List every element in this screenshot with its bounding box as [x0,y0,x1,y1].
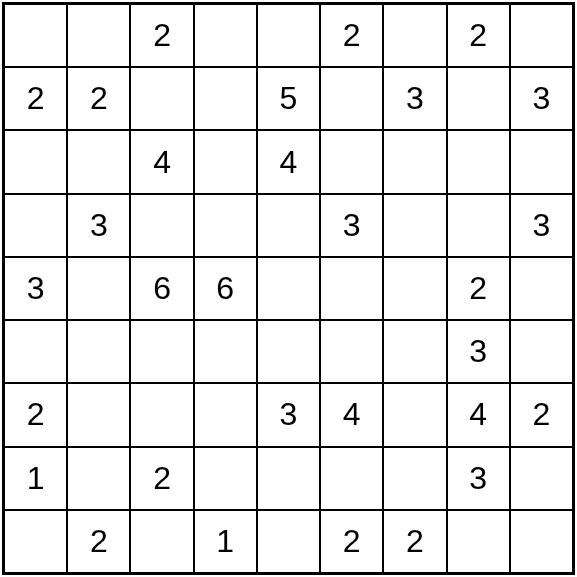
grid-cell[interactable]: 2 [67,67,130,130]
grid-cell[interactable]: 2 [447,257,510,320]
grid-cell[interactable] [67,257,130,320]
grid-cell[interactable] [510,447,573,510]
grid-cell[interactable]: 3 [383,67,446,130]
grid-cell[interactable] [130,194,193,257]
grid-cell[interactable]: 2 [447,4,510,67]
grid-cell[interactable]: 4 [447,383,510,446]
grid-cell[interactable] [4,320,67,383]
grid-cell[interactable] [383,320,446,383]
grid-cell[interactable] [257,510,320,573]
grid-cell[interactable] [194,130,257,193]
grid-cell[interactable] [194,67,257,130]
grid-cell[interactable] [383,383,446,446]
grid-cell[interactable]: 3 [510,67,573,130]
grid-cell[interactable]: 3 [447,320,510,383]
grid-cell[interactable]: 2 [320,4,383,67]
grid-cell[interactable]: 3 [320,194,383,257]
grid-cell[interactable] [67,447,130,510]
grid-cell[interactable] [4,194,67,257]
cell-value: 1 [27,460,45,497]
cell-value: 2 [27,80,45,117]
grid-cell[interactable]: 4 [320,383,383,446]
grid-cell[interactable] [320,67,383,130]
grid-cell[interactable] [447,194,510,257]
grid-cell[interactable]: 2 [4,67,67,130]
grid-cell[interactable] [510,257,573,320]
cell-value: 2 [406,523,424,560]
grid-cell[interactable] [67,130,130,193]
grid-cell[interactable] [257,194,320,257]
grid-cell[interactable] [320,130,383,193]
cell-value: 4 [153,144,171,181]
cell-value: 2 [153,460,171,497]
cell-value: 2 [343,523,361,560]
grid-cell[interactable] [383,130,446,193]
cell-value: 3 [469,333,487,370]
grid-cell[interactable] [510,320,573,383]
grid-cell[interactable] [194,194,257,257]
grid-cell[interactable]: 4 [130,130,193,193]
grid-cell[interactable]: 1 [194,510,257,573]
grid-cell[interactable] [4,4,67,67]
grid-cell[interactable]: 4 [257,130,320,193]
grid-cell[interactable] [447,67,510,130]
grid-cell[interactable] [257,4,320,67]
grid-cell[interactable]: 6 [130,257,193,320]
grid-cell[interactable] [383,447,446,510]
grid-cell[interactable]: 2 [67,510,130,573]
grid-cell[interactable] [510,4,573,67]
grid-cell[interactable]: 2 [130,4,193,67]
grid-cell[interactable] [130,510,193,573]
grid-cell[interactable]: 6 [194,257,257,320]
grid-cell[interactable] [257,320,320,383]
cell-value: 4 [469,396,487,433]
grid-cell[interactable] [130,67,193,130]
cell-value: 3 [532,80,550,117]
grid-cell[interactable]: 2 [4,383,67,446]
grid-cell[interactable] [67,320,130,383]
grid-cell[interactable] [320,257,383,320]
grid-cell[interactable] [67,4,130,67]
grid-cell[interactable] [194,383,257,446]
grid-cell[interactable]: 2 [383,510,446,573]
grid-cell[interactable] [383,194,446,257]
grid-cell[interactable]: 3 [510,194,573,257]
grid-cell[interactable]: 3 [257,383,320,446]
grid-cell[interactable] [130,320,193,383]
grid-cell[interactable]: 1 [4,447,67,510]
grid-cell[interactable]: 2 [130,447,193,510]
grid-cell[interactable] [383,257,446,320]
grid-cell[interactable] [320,447,383,510]
grid-cell[interactable] [510,510,573,573]
grid-cell[interactable] [4,130,67,193]
grid-cell[interactable] [447,130,510,193]
grid-cell[interactable] [257,257,320,320]
grid-cell[interactable]: 2 [320,510,383,573]
grid-cell[interactable] [447,510,510,573]
cell-value: 4 [280,144,298,181]
cell-value: 2 [90,523,108,560]
cell-value: 3 [280,396,298,433]
cell-value: 2 [343,17,361,54]
cell-value: 2 [27,396,45,433]
cell-value: 2 [90,80,108,117]
cell-value: 2 [469,17,487,54]
cell-value: 3 [27,270,45,307]
grid-cell[interactable] [383,4,446,67]
grid-cell[interactable] [257,447,320,510]
cell-value: 1 [216,523,234,560]
grid-cell[interactable] [4,510,67,573]
grid-cell[interactable] [130,383,193,446]
grid-cell[interactable] [194,320,257,383]
grid-cell[interactable] [67,383,130,446]
grid-cell[interactable]: 2 [510,383,573,446]
grid-cell[interactable]: 3 [4,257,67,320]
cell-value: 3 [406,80,424,117]
grid-cell[interactable] [194,447,257,510]
grid-cell[interactable]: 5 [257,67,320,130]
grid-cell[interactable]: 3 [447,447,510,510]
grid-cell[interactable]: 3 [67,194,130,257]
grid-cell[interactable] [320,320,383,383]
grid-cell[interactable] [510,130,573,193]
grid-cell[interactable] [194,4,257,67]
